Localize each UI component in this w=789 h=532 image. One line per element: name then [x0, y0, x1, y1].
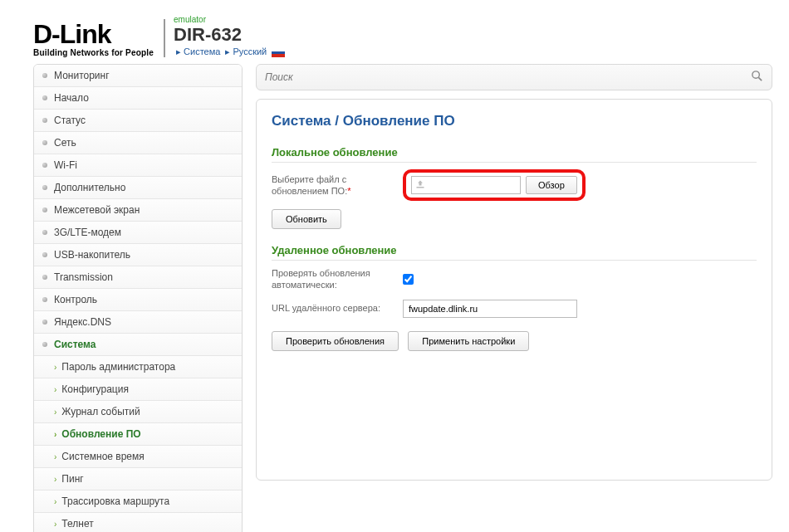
sidebar-sub-config[interactable]: ›Конфигурация [34, 378, 242, 401]
file-path-field[interactable] [411, 176, 521, 194]
logo-block: D-Link Building Networks for People [33, 19, 165, 57]
svg-line-1 [758, 77, 762, 81]
logo-text: D-Link [33, 19, 111, 50]
local-update-heading: Локальное обновление [272, 139, 757, 163]
sidebar-item-advanced[interactable]: Дополнительно [34, 177, 242, 199]
sidebar-item-status[interactable]: Статус [34, 110, 242, 132]
browse-button[interactable]: Обзор [526, 176, 577, 194]
sidebar-item-firewall[interactable]: Межсетевой экран [34, 199, 242, 222]
apply-settings-button[interactable]: Применить настройки [408, 331, 529, 351]
header: D-Link Building Networks for People emul… [0, 0, 789, 64]
logo-tagline: Building Networks for People [33, 48, 154, 57]
sidebar-item-home[interactable]: Начало [34, 87, 242, 110]
chevron-right-icon: ▸ [176, 46, 181, 56]
crumb-language[interactable]: Русский [233, 46, 267, 56]
sidebar-sub-log[interactable]: ›Журнал событий [34, 401, 242, 423]
file-select-label: Выберите файл с обновлением ПО:* [272, 173, 403, 198]
sidebar-sub-admin-password[interactable]: ›Пароль администратора [34, 356, 242, 378]
search-bar[interactable] [256, 64, 772, 90]
remote-url-input[interactable] [403, 300, 577, 318]
sidebar-sub-time[interactable]: ›Системное время [34, 446, 242, 468]
search-input[interactable] [265, 71, 751, 83]
model-block: emulator DIR-632 ▸Система ▸Русский [165, 15, 285, 57]
search-icon[interactable] [751, 70, 763, 85]
auto-check-label: Проверять обновления автоматически: [272, 267, 403, 291]
sidebar-item-wifi[interactable]: Wi-Fi [34, 154, 242, 177]
check-updates-button[interactable]: Проверить обновления [272, 331, 399, 351]
sidebar-sub-telnet[interactable]: ›Телнет [34, 513, 242, 532]
sidebar-sub-traceroute[interactable]: ›Трассировка маршрута [34, 491, 242, 513]
remote-update-heading: Удаленное обновление [272, 237, 757, 261]
sidebar-item-usb[interactable]: USB-накопитель [34, 244, 242, 266]
sidebar-item-network[interactable]: Сеть [34, 132, 242, 154]
url-label: URL удалённого сервера: [272, 302, 403, 314]
main-panel: Система / Обновление ПО Локальное обновл… [256, 99, 772, 481]
file-select-highlight: Обзор [403, 169, 586, 201]
sidebar-item-3g[interactable]: 3G/LTE-модем [34, 222, 242, 244]
upload-icon [415, 179, 425, 192]
sidebar-item-monitoring[interactable]: Мониторинг [34, 65, 242, 87]
model-name: DIR-632 [174, 24, 285, 46]
sidebar-sub-firmware[interactable]: ›Обновление ПО [34, 423, 242, 446]
page-title: Система / Обновление ПО [272, 113, 757, 129]
chevron-right-icon: ▸ [225, 46, 230, 56]
sidebar-sub-ping[interactable]: ›Пинг [34, 468, 242, 491]
sidebar-item-system[interactable]: Система [34, 334, 242, 356]
sidebar-item-control[interactable]: Контроль [34, 289, 242, 311]
breadcrumb: ▸Система ▸Русский [174, 46, 285, 57]
svg-point-0 [752, 71, 759, 78]
crumb-system[interactable]: Система [184, 46, 220, 56]
sidebar-item-yandexdns[interactable]: Яндекс.DNS [34, 311, 242, 334]
update-button[interactable]: Обновить [272, 209, 341, 229]
emulator-label: emulator [174, 15, 285, 24]
sidebar-item-transmission[interactable]: Transmission [34, 266, 242, 289]
flag-ru-icon[interactable] [272, 48, 285, 57]
auto-check-checkbox[interactable] [403, 274, 414, 285]
sidebar: Мониторинг Начало Статус Сеть Wi-Fi Допо… [33, 64, 243, 532]
